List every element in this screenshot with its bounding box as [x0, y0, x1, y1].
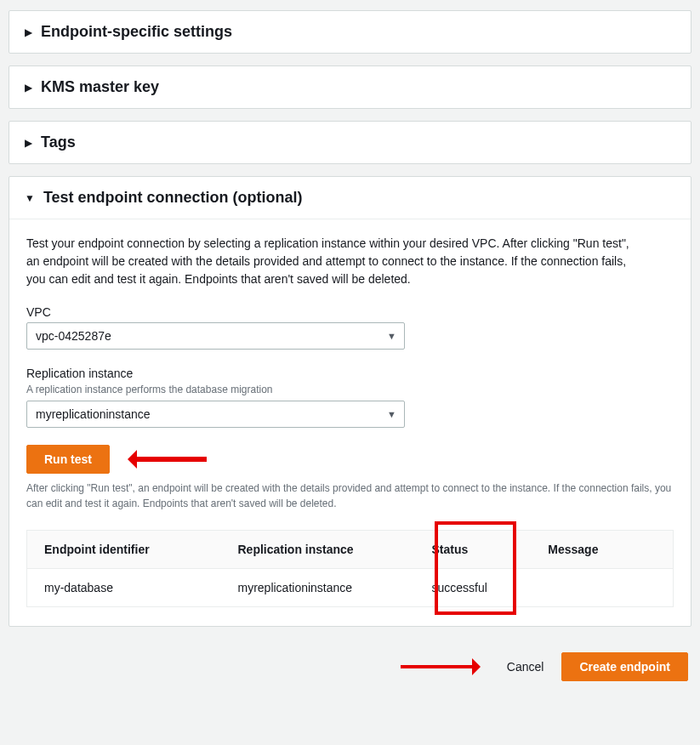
col-endpoint-identifier: Endpoint identifier	[27, 531, 221, 569]
panel-endpoint-settings-title: Endpoint-specific settings	[41, 23, 232, 41]
cancel-button[interactable]: Cancel	[494, 652, 557, 681]
results-table: Endpoint identifier Replication instance…	[26, 530, 674, 607]
footer-actions: Cancel Create endpoint	[9, 639, 691, 688]
replication-instance-select[interactable]: myreplicationinstance	[26, 401, 405, 428]
cell-status: successful	[415, 569, 532, 607]
table-row: my-database myreplicationinstance succes…	[27, 569, 674, 607]
panel-test-connection-header[interactable]: ▼ Test endpoint connection (optional)	[9, 177, 691, 219]
cell-message	[531, 569, 673, 607]
vpc-select[interactable]: vpc-0425287e	[26, 322, 405, 350]
replication-instance-label: Replication instance	[26, 367, 674, 380]
panel-tags: ▶ Tags	[9, 121, 691, 164]
panel-kms-header[interactable]: ▶ KMS master key	[9, 66, 691, 108]
run-test-hint: After clicking "Run test", an endpoint w…	[26, 481, 674, 511]
results-table-container: Endpoint identifier Replication instance…	[26, 530, 674, 607]
panel-kms-title: KMS master key	[41, 78, 159, 96]
col-status: Status	[415, 531, 532, 569]
replication-instance-hint: A replication instance performs the data…	[26, 384, 674, 395]
caret-right-icon: ▶	[25, 82, 32, 93]
panel-tags-title: Tags	[41, 134, 76, 151]
replication-instance-field: Replication instance A replication insta…	[26, 367, 674, 428]
caret-right-icon: ▶	[25, 138, 32, 148]
test-connection-description: Test your endpoint connection by selecti…	[26, 235, 639, 288]
table-header-row: Endpoint identifier Replication instance…	[27, 531, 674, 569]
panel-test-connection: ▼ Test endpoint connection (optional) Te…	[9, 176, 691, 627]
panel-kms: ▶ KMS master key	[9, 65, 691, 109]
annotation-arrow-run-test	[130, 457, 207, 462]
panel-test-connection-title: Test endpoint connection (optional)	[43, 189, 303, 207]
col-replication-instance: Replication instance	[221, 531, 415, 569]
panel-endpoint-settings-header[interactable]: ▶ Endpoint-specific settings	[9, 11, 691, 53]
run-test-button[interactable]: Run test	[26, 445, 110, 474]
annotation-arrow-create	[401, 665, 477, 668]
panel-tags-header[interactable]: ▶ Tags	[9, 122, 691, 163]
panel-endpoint-settings: ▶ Endpoint-specific settings	[9, 10, 691, 54]
vpc-label: VPC	[26, 305, 674, 319]
caret-down-icon: ▼	[25, 193, 35, 203]
vpc-field: VPC vpc-0425287e ▼	[26, 305, 674, 350]
cell-replication-instance: myreplicationinstance	[221, 569, 415, 607]
col-message: Message	[531, 531, 673, 569]
cell-endpoint-identifier: my-database	[27, 569, 221, 607]
create-endpoint-button[interactable]: Create endpoint	[561, 652, 688, 681]
panel-test-connection-body: Test your endpoint connection by selecti…	[9, 219, 691, 626]
caret-right-icon: ▶	[25, 27, 32, 37]
